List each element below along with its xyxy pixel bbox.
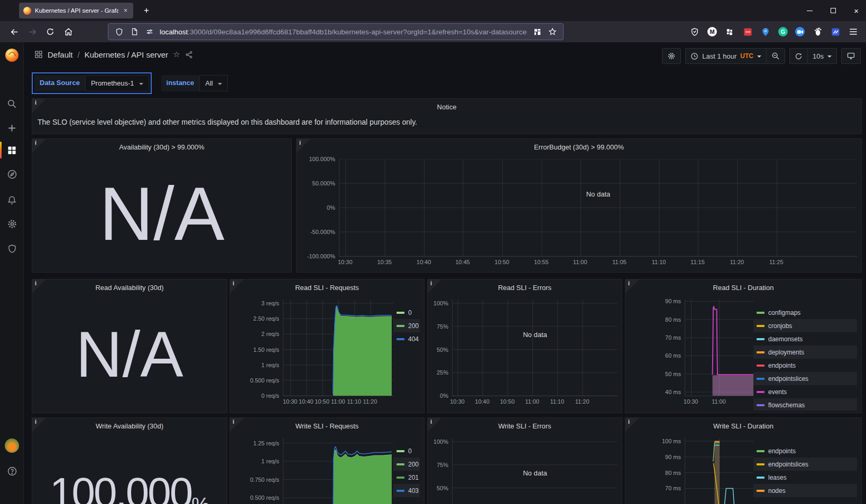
panel-title[interactable]: Availability (30d) > 99.000%	[32, 139, 291, 151]
panel-title[interactable]: Read SLI - Errors	[428, 279, 622, 292]
zoom-out-button[interactable]	[766, 48, 785, 64]
legend-item[interactable]: cronjobs	[753, 319, 857, 332]
chart-canvas[interactable]	[685, 300, 753, 396]
dashboard-settings-button[interactable]	[662, 48, 681, 64]
sidebar-configuration-gear-icon[interactable]	[0, 214, 24, 234]
sidebar-create-plus-icon[interactable]	[0, 118, 24, 137]
extension-blocks-icon[interactable]	[724, 26, 735, 37]
refresh-interval-dropdown[interactable]: 10s	[807, 48, 837, 64]
panel-info-icon[interactable]: i	[32, 279, 46, 293]
menu-hamburger-icon[interactable]	[848, 26, 859, 37]
legend-item[interactable]: 200	[393, 319, 420, 332]
legend-item[interactable]: endpoints	[753, 359, 857, 372]
home-button[interactable]	[59, 24, 77, 40]
legend-item[interactable]: deployments	[753, 346, 857, 359]
panel-info-icon[interactable]: i	[625, 418, 639, 432]
url-bar[interactable]: localhost:3000/d/09ec8aa1e996d6ffcd6817b…	[108, 23, 564, 40]
chart-canvas[interactable]	[453, 300, 618, 396]
legend-item[interactable]: 403	[393, 484, 420, 497]
gnome-foot-icon[interactable]	[812, 26, 823, 37]
breadcrumb-dashboard-title[interactable]: Kubernetes / API server	[85, 50, 168, 59]
legend-item[interactable]: 404	[393, 332, 420, 346]
user-avatar[interactable]	[5, 438, 19, 453]
share-icon[interactable]	[185, 51, 193, 59]
legend-item[interactable]: endpointslices	[753, 372, 857, 385]
panel-title[interactable]: Write SLI - Requests	[230, 418, 424, 430]
url-text[interactable]: localhost:3000/d/09ec8aa1e996d6ffcd6817b…	[160, 28, 527, 36]
pin-drop-icon[interactable]	[760, 26, 771, 37]
extension-red-icon[interactable]	[742, 26, 753, 37]
panel-title[interactable]: Write SLI - Errors	[428, 418, 622, 430]
legend-item[interactable]: 200	[393, 458, 420, 471]
stat-unit: %	[191, 494, 209, 504]
panel-info-icon[interactable]: i	[428, 279, 441, 293]
reader-page-icon[interactable]	[129, 26, 140, 37]
variable-instance-value[interactable]: All	[199, 75, 227, 91]
legend-item[interactable]: 201	[393, 471, 420, 484]
chart-canvas[interactable]	[283, 300, 393, 396]
chevron-down-icon	[827, 55, 832, 58]
sidebar-explore-compass-icon[interactable]	[0, 165, 24, 184]
refresh-button[interactable]	[789, 48, 807, 64]
legend-item[interactable]: daemonsets	[753, 332, 857, 346]
panel-info-icon[interactable]: i	[625, 279, 639, 293]
panel-info-icon[interactable]: i	[32, 99, 46, 113]
panel-title[interactable]: Read SLI - Requests	[230, 279, 424, 292]
sidebar-search-icon[interactable]	[0, 94, 24, 113]
pocket-shield-icon[interactable]	[689, 26, 700, 37]
legend-item[interactable]: 0	[393, 444, 420, 458]
grafana-logo-icon[interactable]	[5, 49, 19, 62]
panel-title[interactable]: Write SLI - Duration	[625, 418, 861, 430]
legend-item[interactable]: configmaps	[753, 306, 857, 319]
panel-info-icon[interactable]: i	[32, 139, 46, 153]
new-tab-button[interactable]: +	[140, 4, 153, 17]
panel-info-icon[interactable]: i	[230, 418, 244, 432]
reload-button[interactable]	[41, 24, 59, 40]
legend-item[interactable]: flowschemas	[753, 398, 857, 410]
chart-canvas[interactable]	[685, 438, 753, 504]
sidebar-dashboards-icon[interactable]	[0, 141, 24, 160]
panel-info-icon[interactable]: i	[32, 418, 46, 432]
back-button[interactable]	[5, 24, 23, 40]
panel-info-icon[interactable]: i	[297, 139, 310, 153]
legend-item[interactable]: 0	[393, 306, 420, 319]
panel-title[interactable]: Notice	[32, 99, 861, 111]
legend-item[interactable]: endpointslices	[753, 458, 857, 471]
sidebar-alerting-bell-icon[interactable]	[0, 190, 24, 209]
sidebar-help-icon[interactable]	[0, 462, 24, 481]
tab-close-icon[interactable]: ×	[122, 7, 129, 14]
extension-m-icon[interactable]: M	[707, 27, 717, 36]
permissions-icon[interactable]	[144, 26, 155, 37]
forward-button[interactable]	[23, 24, 41, 40]
window-minimize-icon[interactable]	[807, 11, 813, 11]
panel-title[interactable]: Write Availability (30d)	[32, 418, 227, 430]
panel-info-icon[interactable]: i	[428, 418, 441, 432]
chart-canvas[interactable]	[283, 438, 393, 504]
legend-item[interactable]: leases	[753, 471, 857, 484]
panel-title[interactable]: ErrorBudget (30d) > 99.000%	[297, 139, 861, 151]
chart-canvas[interactable]	[339, 159, 857, 256]
legend-item[interactable]: events	[753, 385, 857, 398]
chevron-down-icon	[218, 83, 222, 85]
page-actions-grid-icon[interactable]	[532, 26, 542, 37]
panel-title[interactable]: Read SLI - Duration	[625, 279, 861, 292]
tracking-protection-shield-icon[interactable]	[114, 26, 124, 37]
browser-tab[interactable]: Kubernetes / API server - Grafan ×	[19, 3, 133, 18]
favorite-star-icon[interactable]: ☆	[173, 50, 180, 59]
grafana-app: Default / Kubernetes / API server ☆ Last…	[0, 42, 866, 504]
extension-stripes-icon[interactable]	[830, 26, 841, 37]
grammarly-icon[interactable]: G	[778, 27, 788, 36]
window-close-icon[interactable]: ×	[854, 7, 859, 15]
legend-item[interactable]: endpoints	[753, 444, 857, 458]
variable-datasource-value[interactable]: Prometheus-1	[85, 75, 149, 91]
video-call-icon[interactable]	[795, 27, 805, 36]
sidebar-admin-shield-icon[interactable]	[0, 239, 24, 258]
kiosk-tv-button[interactable]	[841, 48, 861, 64]
window-maximize-icon[interactable]	[831, 8, 836, 13]
time-range-picker[interactable]: Last 1 hour UTC	[685, 48, 766, 64]
panel-info-icon[interactable]: i	[230, 279, 244, 293]
panel-title[interactable]: Read Availability (30d)	[32, 279, 227, 292]
breadcrumb-folder[interactable]: Default	[48, 50, 73, 59]
legend-item[interactable]: nodes	[753, 484, 857, 497]
bookmark-star-icon[interactable]	[547, 26, 558, 37]
